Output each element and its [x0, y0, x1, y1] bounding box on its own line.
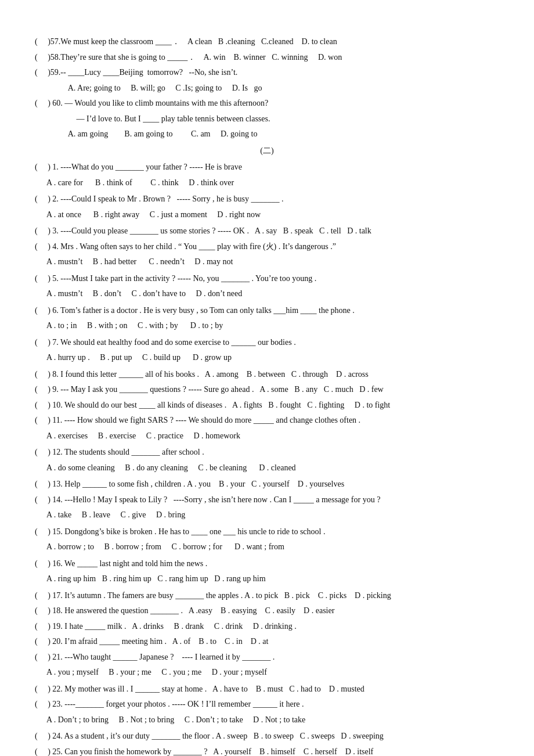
section-2-title: (二) [35, 144, 499, 159]
q21-line: ( ) 21. ---Who taught ______ Japanese ? … [35, 650, 499, 665]
q7-options: A . hurry up . B . put up C . build up D… [35, 351, 499, 365]
q23-options: A . Don’t ; to bring B . Not ; to bring … [35, 713, 499, 728]
q3-line: ( ) 3. ----Could you please _______ us s… [35, 224, 499, 239]
q4-line: ( ) 4. Mrs . Wang often says to her chil… [35, 240, 499, 254]
q6-line: ( ) 6. Tom’s father is a doctor . He is … [35, 304, 499, 318]
q12-options: A . do some cleaning B . do any cleaning… [35, 461, 499, 476]
q17-line: ( ) 17. It’s autumn . The famers are bus… [35, 589, 499, 603]
q24-line: ( ) 24. As a student , it’s our duty ___… [35, 729, 499, 744]
q16-line: ( ) 16. We _____ last night and told him… [35, 557, 499, 571]
q1-line: ( ) 1. ----What do you _______ your fath… [35, 160, 499, 175]
q8-line: ( ) 8. I found this letter ______ all of… [35, 368, 499, 382]
q14-line: ( ) 14. ---Hello ! May I speak to Lily ?… [35, 493, 499, 507]
q60-line: ( ) 60. — Would you like to climb mounta… [35, 96, 499, 111]
q25-line: ( ) 25. Can you finish the homework by _… [35, 745, 499, 757]
q10-line: ( ) 10. We should do our best ____ all k… [35, 398, 499, 413]
q9-line: ( ) 9. --- May I ask you _______ questio… [35, 383, 499, 397]
q21-options: A . you ; myself B . your ; me C . you ;… [35, 665, 499, 680]
exam-content: ( )57.We must keep the classroom ____． A… [35, 35, 499, 756]
q16-options: A . ring up him B . ring him up C . rang… [35, 572, 499, 586]
q5-line: ( ) 5. ----Must I take part in the activ… [35, 272, 499, 286]
q5-options: A . mustn’t B . don’t C . don’t have to … [35, 287, 499, 301]
q58-line: ( )58.They’re sure that she is going to … [35, 51, 499, 65]
q19-line: ( ) 19. I hate _____ milk . A . drinks B… [35, 620, 499, 634]
q2-line: ( ) 2. ----Could I speak to Mr . Brown ?… [35, 192, 499, 207]
q22-line: ( ) 22. My mother was ill . I ______ sta… [35, 682, 499, 697]
q15-options: A . borrow ; to B . borrow ; from C . bo… [35, 540, 499, 555]
q59-options: A. Are; going to B. will; go C .Is; goin… [35, 81, 499, 96]
q18-line: ( ) 18. He answered the question _______… [35, 604, 499, 618]
q2-options: A . at once B . right away C . just a mo… [35, 208, 499, 222]
q60-options: A. am going B. am going to C. am D. goin… [35, 127, 499, 142]
q14-options: A . take B . leave C . give D . bring [35, 508, 499, 523]
q13-line: ( ) 13. Help ______ to some fish , child… [35, 477, 499, 492]
q7-line: ( ) 7. We should eat healthy food and do… [35, 336, 499, 350]
q60b-line: — I’d love to. But I ____ play table ten… [35, 112, 499, 127]
q6-options: A . to ; in B . with ; on C . with ; by … [35, 319, 499, 333]
q15-line: ( ) 15. Dongdong’s bike is broken . He h… [35, 525, 499, 539]
q20-line: ( ) 20. I’m afraid _____ meeting him . A… [35, 635, 499, 649]
q57-line: ( )57.We must keep the classroom ____． A… [35, 35, 499, 49]
q1-options: A . care for B . think of C . think D . … [35, 176, 499, 190]
q11-line: ( ) 11. ---- How should we fight SARS ? … [35, 413, 499, 428]
q12-line: ( ) 12. The students should _______ afte… [35, 445, 499, 460]
q11-options: A . exercises B . exercise C . practice … [35, 429, 499, 444]
q23-line: ( ) 23. ----_______ forget your photos .… [35, 697, 499, 712]
q59-line: ( )59.-- ____Lucy ____Beijing tomorrow? … [35, 66, 499, 80]
q4-options: A . mustn’t B . had better C . needn’t D… [35, 255, 499, 269]
